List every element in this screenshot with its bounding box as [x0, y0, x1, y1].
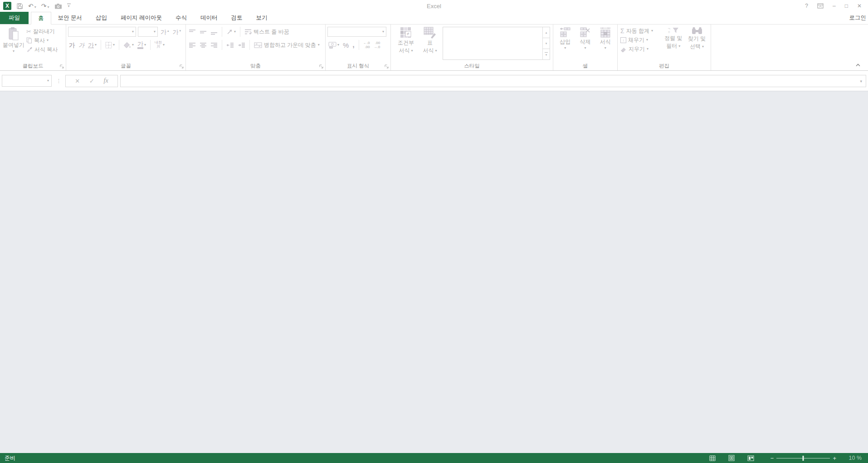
fill-color-dropdown-icon[interactable]: ▾: [132, 43, 134, 47]
sort-filter-button[interactable]: ㄱㅎ 정렬 및 필터▾: [662, 26, 685, 63]
format-as-table-dropdown-icon[interactable]: ▾: [435, 49, 437, 53]
insert-function-button[interactable]: fx: [104, 77, 108, 84]
redo-dropdown-icon[interactable]: ▾: [47, 5, 49, 9]
align-top-button[interactable]: [188, 29, 197, 35]
format-painter-button[interactable]: 서식 복사: [25, 45, 59, 54]
paste-dropdown-icon[interactable]: ▾: [13, 49, 15, 53]
zoom-level-label[interactable]: 10 %: [845, 455, 862, 461]
orientation-button[interactable]: ▾: [225, 29, 237, 35]
align-left-button[interactable]: [188, 42, 197, 48]
paste-button[interactable]: 붙여넣기 ▾: [2, 26, 25, 63]
underline-button[interactable]: 가▾: [87, 42, 98, 48]
sort-filter-dropdown-icon[interactable]: ▾: [678, 44, 680, 48]
tab-formulas[interactable]: 수식: [169, 12, 194, 24]
zoom-in-button[interactable]: +: [830, 455, 839, 461]
merge-center-dropdown-icon[interactable]: ▾: [318, 43, 320, 47]
decrease-font-size-button[interactable]: 가▾: [172, 29, 182, 35]
increase-decimal-button[interactable]: ←.0.00: [362, 41, 371, 49]
screenshot-button[interactable]: [54, 3, 62, 9]
find-select-button[interactable]: 찾기 및 선택▾: [685, 26, 709, 63]
gallery-scroll-up-button[interactable]: ▴: [543, 27, 550, 38]
normal-view-button[interactable]: [703, 455, 722, 461]
accounting-dropdown-icon[interactable]: ▾: [337, 43, 339, 47]
expand-formula-bar-icon[interactable]: ▾: [860, 79, 862, 84]
align-right-button[interactable]: [210, 42, 219, 48]
name-box-dropdown-icon[interactable]: ▾: [47, 79, 49, 83]
number-dialog-launcher[interactable]: [384, 64, 389, 69]
fill-color-button[interactable]: ▾: [122, 42, 135, 49]
minimize-button[interactable]: –: [833, 3, 836, 9]
align-middle-button[interactable]: [199, 29, 208, 35]
copy-dropdown-icon[interactable]: ▾: [47, 39, 49, 42]
undo-button[interactable]: ↶▾: [28, 3, 36, 9]
accounting-format-button[interactable]: ▾: [327, 42, 340, 49]
orientation-dropdown-icon[interactable]: ▾: [234, 30, 236, 34]
cancel-entry-button[interactable]: ✕: [75, 78, 80, 84]
tab-insert[interactable]: 삽입: [89, 12, 114, 24]
zoom-out-button[interactable]: −: [768, 455, 777, 461]
zoom-slider[interactable]: [776, 456, 830, 461]
name-box-resize-handle[interactable]: ⋮: [56, 78, 61, 84]
redo-button[interactable]: ↷▾: [41, 3, 49, 9]
close-button[interactable]: ✕: [857, 3, 862, 9]
insert-cells-dropdown-icon[interactable]: ▾: [564, 46, 566, 50]
tab-view[interactable]: 보기: [249, 12, 274, 24]
fill-button[interactable]: ↓채우기▾: [619, 35, 662, 44]
percent-style-button[interactable]: %: [342, 42, 350, 49]
tab-file[interactable]: 파일: [0, 12, 29, 24]
font-color-dropdown-icon[interactable]: ▾: [144, 43, 146, 47]
fill-dropdown-icon[interactable]: ▾: [646, 38, 648, 42]
formula-input[interactable]: ▾: [120, 75, 866, 87]
copy-button[interactable]: 복사 ▾: [25, 36, 59, 45]
ribbon-display-options-button[interactable]: [817, 3, 824, 9]
align-bottom-button[interactable]: [210, 29, 219, 35]
collapse-ribbon-button[interactable]: [855, 64, 861, 67]
phonetic-dropdown-icon[interactable]: ▾: [163, 43, 165, 47]
undo-dropdown-icon[interactable]: ▾: [34, 5, 36, 9]
wrap-text-button[interactable]: 텍스트 줄 바꿈: [244, 27, 290, 36]
italic-button[interactable]: 가: [78, 42, 85, 48]
cell-styles-gallery[interactable]: ▴ ▾ ▾: [443, 27, 550, 60]
sign-in-button[interactable]: 로그인: [849, 12, 868, 24]
gallery-more-button[interactable]: ▾: [543, 49, 550, 59]
format-cells-button[interactable]: 서식 ▾: [598, 26, 613, 63]
decrease-decimal-button[interactable]: .00→.0: [372, 41, 381, 49]
font-dialog-launcher[interactable]: [179, 64, 184, 69]
customize-qat-button[interactable]: ▾: [67, 4, 71, 8]
tab-security-document[interactable]: 보안 문서: [51, 12, 89, 24]
maximize-button[interactable]: □: [845, 3, 848, 9]
merge-center-button[interactable]: 병합하고 가운데 맞춤 ▾: [253, 40, 321, 49]
format-cells-dropdown-icon[interactable]: ▾: [605, 46, 606, 50]
align-center-button[interactable]: [199, 42, 208, 48]
clear-button[interactable]: 지우기▾: [619, 44, 662, 54]
enter-entry-button[interactable]: ✓: [89, 78, 94, 84]
comma-style-button[interactable]: ,: [351, 41, 355, 49]
increase-indent-button[interactable]: [237, 42, 246, 48]
font-color-button[interactable]: 가 ▾: [137, 41, 147, 49]
conditional-formatting-dropdown-icon[interactable]: ▾: [411, 49, 413, 53]
alignment-dialog-launcher[interactable]: [319, 64, 324, 69]
format-as-table-button[interactable]: 표 서식▾: [419, 26, 441, 63]
underline-dropdown-icon[interactable]: ▾: [95, 43, 97, 47]
decrease-indent-button[interactable]: [225, 42, 235, 48]
clipboard-dialog-launcher[interactable]: [59, 64, 64, 69]
page-layout-view-button[interactable]: [722, 455, 741, 461]
page-break-preview-button[interactable]: [741, 455, 761, 461]
tab-data[interactable]: 데이터: [194, 12, 224, 24]
save-button[interactable]: [16, 3, 23, 10]
conditional-formatting-button[interactable]: ≠ 조건부 서식▾: [393, 26, 419, 63]
number-format-select[interactable]: ▾: [327, 27, 386, 37]
find-select-dropdown-icon[interactable]: ▾: [702, 45, 704, 49]
tab-page-layout[interactable]: 페이지 레이아웃: [114, 12, 169, 24]
font-size-select[interactable]: ▾: [138, 27, 158, 37]
zoom-slider-thumb[interactable]: [803, 456, 804, 461]
cut-button[interactable]: ✂잘라내기: [25, 27, 59, 36]
borders-dropdown-icon[interactable]: ▾: [113, 43, 115, 47]
help-button[interactable]: ?: [805, 3, 808, 9]
autosum-button[interactable]: Σ자동 합계▾: [619, 26, 662, 35]
clear-dropdown-icon[interactable]: ▾: [647, 47, 649, 51]
font-name-select[interactable]: ▾: [68, 27, 136, 37]
insert-cells-button[interactable]: 삽입 ▾: [558, 26, 572, 63]
bold-button[interactable]: 가: [68, 42, 76, 48]
delete-cells-dropdown-icon[interactable]: ▾: [584, 46, 586, 50]
